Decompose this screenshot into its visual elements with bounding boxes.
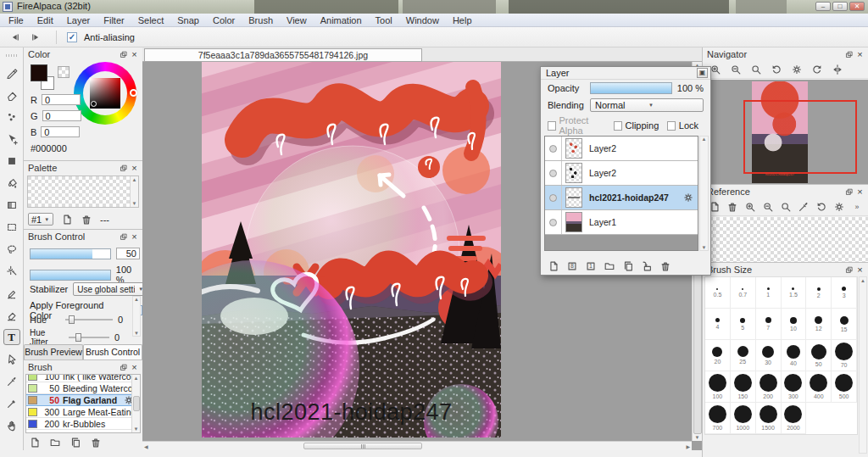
close-button[interactable]: ✕ — [849, 2, 865, 11]
close-icon[interactable]: × — [129, 163, 140, 173]
brush-list-item[interactable]: 100Ink ( like Watercolo — [26, 374, 140, 382]
layer-visibility-toggle[interactable] — [545, 210, 562, 234]
b-input[interactable]: 0 — [41, 126, 80, 137]
magic-wand-tool[interactable] — [3, 263, 20, 279]
brush-size-preset[interactable]: 2 — [806, 277, 832, 309]
pointer-tool[interactable] — [3, 351, 20, 367]
scroll-up-icon[interactable]: ▲ — [860, 278, 865, 283]
brush-size-preset[interactable]: 0.5 — [705, 277, 731, 309]
foreground-color-swatch[interactable] — [31, 64, 47, 81]
new-palette-icon[interactable] — [61, 214, 73, 226]
scroll-right-icon[interactable]: ▶ — [686, 443, 690, 449]
brush-size-preset[interactable]: 150 — [731, 371, 756, 403]
scroll-down-icon[interactable]: ▼ — [695, 435, 700, 440]
brush-size-preset[interactable]: 1500 — [756, 403, 782, 434]
lasso-tool[interactable] — [3, 241, 20, 257]
brush-list-item[interactable]: 200kr-Bubbles — [26, 418, 140, 430]
brush-control-scrollbar[interactable]: ▲▼ — [132, 296, 141, 337]
layer-visibility-toggle[interactable] — [545, 161, 562, 185]
brush-size-preset[interactable]: 2000 — [782, 403, 807, 434]
menu-file[interactable]: File — [2, 15, 31, 25]
brush-size-preset[interactable]: 20 — [705, 340, 731, 371]
canvas-image[interactable]: hcl2021-hoidap247 — [202, 62, 501, 437]
menu-edit[interactable]: Edit — [31, 15, 60, 25]
eraser-tool[interactable] — [3, 86, 20, 103]
brush-size-value[interactable]: 50 — [116, 248, 140, 259]
layer-window-titlebar[interactable]: Layer ▣ — [541, 67, 710, 80]
color-wheel[interactable] — [74, 62, 136, 125]
document-tab[interactable]: 7f5eaaa3c1a789da3655755481794126.jpg — [144, 48, 422, 62]
reset-view-icon[interactable] — [832, 199, 845, 215]
dock-icon[interactable] — [843, 49, 854, 59]
hue-slider[interactable] — [65, 315, 113, 324]
new-layer-icon[interactable] — [548, 260, 559, 272]
close-icon[interactable]: × — [129, 49, 140, 59]
layer-row[interactable]: Layer1 — [545, 210, 698, 235]
saturation-value-square[interactable] — [90, 78, 120, 109]
layer-1bit-icon[interactable]: 1 — [585, 260, 597, 272]
duplicate-icon[interactable] — [622, 260, 634, 272]
trash-icon[interactable] — [81, 214, 92, 226]
brush-size-preset[interactable]: 700 — [705, 403, 731, 434]
brush-size-preset[interactable]: 7 — [756, 309, 782, 340]
layer-8bit-icon[interactable]: 8 — [566, 260, 578, 272]
viewport-rectangle[interactable] — [743, 100, 857, 174]
undo-button[interactable] — [5, 30, 24, 45]
text-tool[interactable]: T — [3, 329, 20, 345]
hue-jitter-slider[interactable] — [69, 333, 109, 342]
canvas-horizontal-scrollbar[interactable]: ◀ ▶ — [142, 441, 692, 450]
palette-page-select[interactable]: #1▼ — [28, 213, 53, 226]
tab-brush-preview[interactable]: Brush Preview — [24, 344, 83, 359]
brush-list-item[interactable]: 300Large Meat-Eating B — [26, 406, 140, 418]
layer-row[interactable]: hcl2021-hoidap247 — [545, 186, 698, 210]
hue-marker[interactable] — [130, 89, 137, 97]
brush-size-preset[interactable]: 40 — [782, 340, 807, 371]
protect-alpha-checkbox[interactable] — [548, 121, 556, 131]
brush-size-preset[interactable]: 5 — [731, 309, 756, 340]
brush-size-preset[interactable]: 30 — [756, 340, 782, 371]
brush-size-preset[interactable]: 25 — [731, 340, 756, 371]
overflow-icon[interactable]: » — [850, 199, 863, 215]
new-doc-icon[interactable] — [29, 437, 41, 449]
trash-icon[interactable] — [659, 260, 671, 272]
menu-brush[interactable]: Brush — [242, 15, 280, 25]
fill-tool[interactable] — [3, 153, 20, 169]
layer-visibility-toggle[interactable] — [545, 186, 562, 209]
palette-list[interactable]: ▲▼ — [27, 176, 139, 208]
bucket-tool[interactable] — [3, 175, 20, 191]
brush-size-preset[interactable]: 4 — [705, 309, 731, 340]
rotate-ccw-icon[interactable] — [815, 199, 827, 215]
layer-row[interactable]: Layer2 — [545, 161, 698, 186]
menu-tool[interactable]: Tool — [369, 15, 399, 25]
eyedropper-tool[interactable] — [3, 373, 20, 389]
zoom-icon[interactable] — [779, 199, 792, 215]
close-icon[interactable]: × — [854, 265, 865, 275]
zoom-icon[interactable] — [748, 62, 764, 77]
brush-size-preset[interactable]: 300 — [782, 371, 807, 403]
menu-snap[interactable]: Snap — [170, 15, 206, 25]
menu-select[interactable]: Select — [131, 15, 171, 25]
brush-size-preset[interactable]: 15 — [832, 309, 857, 340]
select-rect-tool[interactable] — [3, 219, 20, 235]
dock-icon[interactable] — [843, 187, 854, 197]
redo-button[interactable] — [27, 30, 46, 45]
duplicate-icon[interactable] — [70, 437, 81, 449]
close-icon[interactable]: × — [129, 362, 140, 372]
layer-row[interactable]: Layer2 — [545, 137, 698, 161]
brush-size-slider[interactable] — [30, 248, 111, 259]
menu-animation[interactable]: Animation — [314, 15, 369, 25]
brush-size-preset[interactable]: 0.7 — [731, 277, 756, 309]
brush-list-scrollbar[interactable]: ▲▼ — [131, 375, 140, 432]
zoom-out-icon[interactable] — [761, 199, 774, 215]
brush-size-preset[interactable]: 1000 — [731, 403, 756, 434]
brush-size-preset[interactable]: 200 — [756, 371, 782, 403]
lock-checkbox[interactable] — [667, 121, 676, 131]
gradient-tool[interactable] — [3, 197, 20, 213]
brush-list-item[interactable]: 50Flag Garland — [26, 394, 140, 406]
trash-icon[interactable] — [726, 199, 738, 215]
menu-layer[interactable]: Layer — [60, 15, 97, 25]
layer-visibility-toggle[interactable] — [545, 137, 562, 160]
brush-size-scrollbar[interactable]: ▲ — [859, 276, 867, 454]
flip-horizontal-icon[interactable] — [830, 62, 845, 77]
pen-tool[interactable] — [3, 64, 20, 81]
